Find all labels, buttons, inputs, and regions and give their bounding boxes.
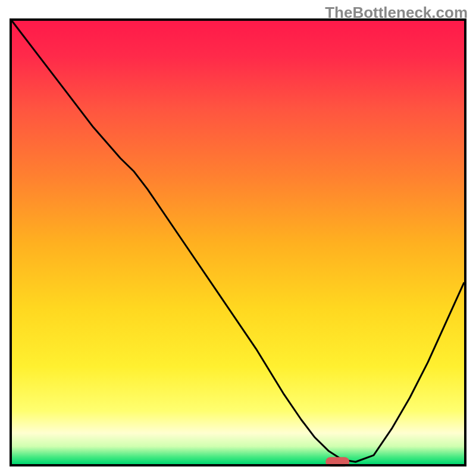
gradient-background <box>12 21 464 464</box>
chart-svg <box>0 0 476 476</box>
watermark-text: TheBottleneck.com <box>325 4 468 22</box>
chart-container: TheBottleneck.com <box>0 0 476 476</box>
